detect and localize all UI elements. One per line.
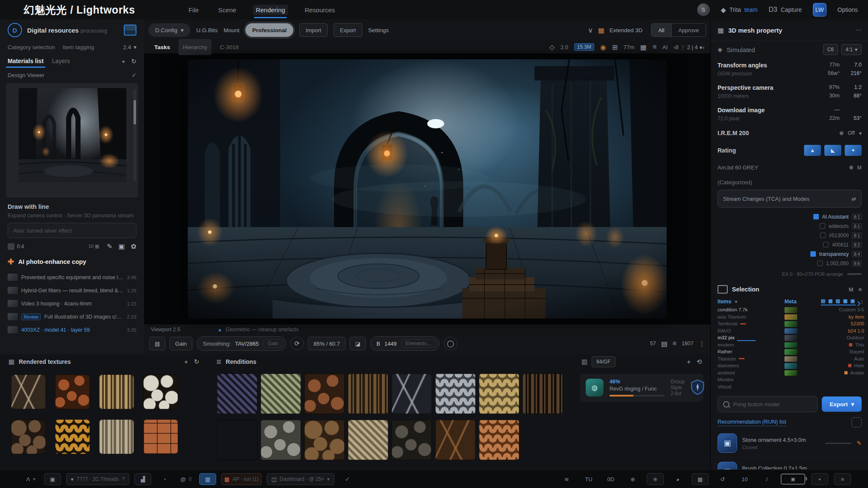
memory-chip[interactable]: 15.3M bbox=[574, 43, 594, 51]
left-tab[interactable]: Layers bbox=[52, 58, 70, 68]
extended-3d-label[interactable]: Extended 3D bbox=[609, 27, 643, 33]
selection-value[interactable]: Custom 3-5 bbox=[805, 306, 864, 313]
checkbox[interactable] bbox=[817, 261, 823, 266]
refresh-icon[interactable]: ⟲ bbox=[696, 358, 702, 366]
texture-swatch[interactable] bbox=[99, 419, 134, 454]
left-top-tab[interactable]: Item tagging bbox=[63, 44, 94, 50]
texture-swatch[interactable] bbox=[11, 374, 46, 409]
stream-input[interactable]: Stream Changes (TCA) and Modes ⇄ bbox=[718, 190, 862, 208]
selection-item[interactable]: Monitor bbox=[718, 376, 781, 383]
app-tile-icon[interactable]: LW bbox=[813, 3, 826, 17]
texture-swatch[interactable] bbox=[392, 420, 432, 460]
ambd-badge[interactable]: M bbox=[857, 165, 862, 171]
draw-input[interactable]: Also: turned silver effect bbox=[8, 223, 136, 238]
c6-button[interactable]: C6 bbox=[823, 44, 838, 55]
left-tab[interactable]: Materials list bbox=[8, 58, 44, 68]
selection-item[interactable]: Rather bbox=[718, 348, 781, 355]
selection-value[interactable]: Hide bbox=[805, 362, 864, 369]
selection-item[interactable]: was Titanium bbox=[718, 313, 781, 321]
segment-all[interactable]: All bbox=[651, 24, 671, 36]
statusbar-item[interactable]: 0D bbox=[603, 474, 619, 485]
selection-value[interactable]: Stayed bbox=[805, 348, 864, 355]
import-button[interactable]: Import bbox=[299, 23, 328, 37]
statusbar-item[interactable]: ▩ bbox=[692, 473, 709, 485]
quality-button[interactable]: 85% / 60.7 bbox=[308, 337, 345, 350]
rating-thumb[interactable]: ✦ bbox=[845, 145, 862, 156]
texture-swatch[interactable] bbox=[261, 374, 301, 414]
viewport-tab[interactable]: Tasks bbox=[150, 43, 174, 52]
rating-thumb[interactable]: ◣ bbox=[824, 145, 841, 156]
selection-item[interactable]: m32 pix bbox=[718, 334, 781, 341]
checklist-row[interactable]: transparency 8:4 bbox=[718, 250, 862, 258]
texture-swatch[interactable] bbox=[99, 374, 134, 409]
statusbar-item[interactable]: ≡ bbox=[834, 473, 851, 485]
selection-item[interactable]: Virtual bbox=[718, 383, 781, 391]
menu-icon[interactable]: ≡ bbox=[858, 286, 862, 293]
selection-item[interactable]: RAVO bbox=[718, 327, 781, 335]
more-dots-icon[interactable]: ⋮ bbox=[698, 340, 705, 348]
meta-thumbnail[interactable] bbox=[785, 370, 797, 376]
meta-thumbnail[interactable] bbox=[785, 328, 797, 334]
sphere-icon[interactable]: ◉ bbox=[600, 43, 606, 51]
viewport-tab[interactable]: C-3018 bbox=[216, 43, 243, 52]
menu-item[interactable]: Scene bbox=[216, 5, 239, 15]
checkbox[interactable] bbox=[820, 233, 826, 238]
scrollbar-thumb[interactable] bbox=[134, 100, 136, 125]
selection-value[interactable]: Avatar bbox=[805, 369, 864, 377]
chevron-down-icon[interactable]: ∨ bbox=[588, 26, 593, 34]
meta-thumbnail[interactable] bbox=[785, 307, 797, 313]
elements-group[interactable]: B 1449 Elements… bbox=[370, 336, 440, 351]
statusbar-item[interactable]: ▣ bbox=[44, 473, 61, 485]
texture-swatch[interactable] bbox=[55, 419, 90, 454]
export-button[interactable]: Export bbox=[334, 23, 362, 37]
mount-label[interactable]: Mount bbox=[224, 27, 240, 33]
selection-value[interactable]: Outdoor bbox=[805, 334, 864, 341]
export-primary-button[interactable]: Export ▾ bbox=[822, 396, 862, 412]
selection-item[interactable]: diameters bbox=[718, 362, 781, 369]
property-row[interactable]: Transform angles GGW precision 77m 7.0 5… bbox=[711, 58, 868, 80]
checkbox[interactable] bbox=[810, 251, 816, 257]
checklist-row[interactable]: wideouts 8:1 bbox=[718, 222, 862, 230]
texture-swatch[interactable] bbox=[261, 420, 301, 460]
ratio-dropdown[interactable]: 4:1▾ bbox=[841, 44, 862, 55]
pcr-toggle[interactable] bbox=[847, 273, 862, 275]
texture-swatch[interactable] bbox=[348, 374, 388, 414]
chevron-down-icon[interactable]: ▼ bbox=[734, 299, 738, 304]
selection-value[interactable]: 52300 bbox=[805, 320, 864, 327]
selection-item[interactable]: modern bbox=[718, 341, 781, 349]
segment-approve[interactable]: Approve bbox=[672, 24, 706, 36]
checkbox[interactable] bbox=[813, 214, 819, 219]
menu-item[interactable]: File bbox=[186, 5, 201, 15]
statusbar-item[interactable]: @ 0 bbox=[178, 474, 194, 485]
rating-thumb[interactable]: ▲ bbox=[804, 145, 821, 156]
statusbar-item[interactable]: ▪ bbox=[811, 473, 828, 485]
smoothing-group[interactable]: Smoothing: TAV/2865 Gain bbox=[197, 336, 286, 351]
add-icon[interactable]: + bbox=[122, 58, 125, 65]
texture-swatch[interactable] bbox=[304, 420, 345, 460]
more-icon[interactable]: ⋯ bbox=[855, 26, 862, 34]
smoothing-ghost-button[interactable]: Gain bbox=[263, 339, 283, 348]
plus-icon[interactable]: ✚ bbox=[8, 257, 14, 266]
checklist-row[interactable]: AI Assistant 8:1 bbox=[718, 213, 862, 221]
user-avatar[interactable]: S bbox=[697, 3, 710, 16]
options-button[interactable]: Options bbox=[837, 6, 858, 13]
chevron-down-icon[interactable]: ▾ bbox=[134, 44, 136, 50]
panel-icon[interactable]: ⊞ bbox=[612, 43, 618, 51]
meta-thumbnail[interactable] bbox=[785, 363, 797, 369]
statusbar-item[interactable]: ▥ bbox=[199, 473, 216, 485]
message-row[interactable]: 4003XZ · model 41 · layer 59 3:25 bbox=[4, 323, 140, 336]
job-chip[interactable]: 64/GF bbox=[592, 356, 615, 367]
panel-expand-chevron[interactable]: › bbox=[857, 297, 861, 310]
reference-image-icon[interactable] bbox=[124, 25, 136, 36]
thumbnail-scrollbar[interactable] bbox=[134, 89, 136, 181]
checklist-row[interactable]: #513000 8:1 bbox=[718, 231, 862, 239]
statusbar-item[interactable]: ◕ bbox=[670, 474, 686, 485]
statusbar-item[interactable]: ▦ AP · run (1) bbox=[221, 473, 262, 485]
list-icon[interactable]: ▤ bbox=[661, 340, 668, 348]
workspace-switcher[interactable]: ◆ Trita team bbox=[721, 6, 758, 14]
capture-button[interactable]: D3 Capture bbox=[768, 6, 801, 14]
settings-label[interactable]: Settings bbox=[368, 27, 389, 33]
chevron-down-icon[interactable]: ▾ bbox=[859, 130, 862, 136]
statusbar-item[interactable]: ≋ bbox=[559, 474, 575, 485]
statusbar-item[interactable]: ※ bbox=[647, 473, 664, 485]
